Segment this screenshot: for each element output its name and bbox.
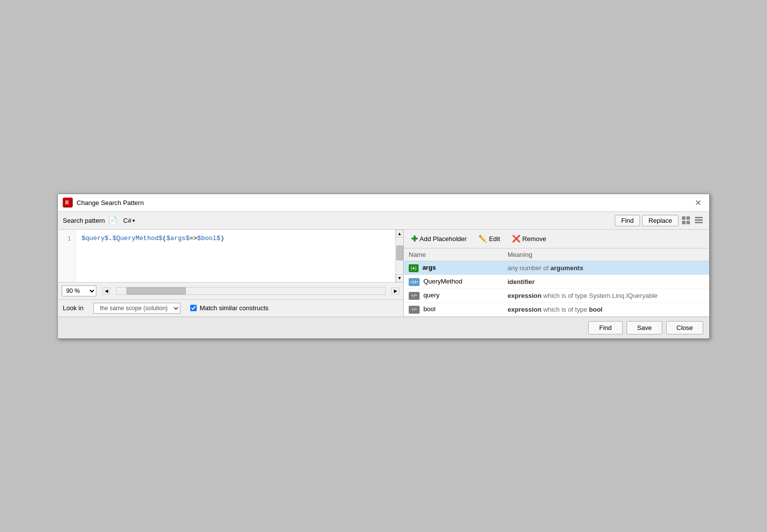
table-row[interactable]: <id> QueryMethod identifier [404,275,709,288]
row-name-query: +/* query [404,288,503,302]
close-footer-button[interactable]: Close [666,321,703,334]
code-token-query: $query$ [82,234,109,244]
scroll-left-arrow[interactable]: ◀ [102,287,110,294]
row-meaning-args: any number of arguments [503,261,709,275]
scroll-thumb-v[interactable] [396,246,403,260]
svg-text:R: R [65,200,69,205]
remove-placeholder-label: Remove [522,235,546,243]
svg-rect-3 [686,216,690,220]
expr-icon-bool: +/* [409,306,420,314]
vertical-scrollbar: ▲ ▼ [395,230,403,282]
svg-rect-4 [682,221,685,224]
placeholder-toolbar: ✚ Add Placeholder ✏️ Edit ❌ Remove [404,230,709,248]
query-name: query [424,291,440,299]
code-token-dot1: . [109,234,113,244]
dialog-title: Change Search Pattern [77,199,144,206]
placeholder-table-container: Name Meaning (●) args any number [404,248,709,317]
row-name-args: (●) args [404,261,503,275]
add-placeholder-button[interactable]: ✚ Add Placeholder [409,233,469,245]
code-token-querymethod: $QueryMethod$ [112,234,162,244]
match-similar-label: Match similar constructs [200,304,268,312]
search-pattern-label: Search pattern [63,217,105,224]
title-bar-left: R Change Search Pattern [63,198,144,207]
id-icon: <id> [409,278,420,286]
look-in-label: Look in [63,304,84,312]
code-line-1: $query$ . $QueryMethod$ ( $args$ => $boo… [82,234,389,244]
placeholder-table: Name Meaning (●) args any number [404,248,709,317]
code-content[interactable]: $query$ . $QueryMethod$ ( $args$ => $boo… [76,230,395,282]
plus-icon: ✚ [411,234,418,244]
code-token-arrow: => [189,234,197,244]
expr-icon-query: +/* [409,292,420,300]
row-name-querymethod: <id> QueryMethod [404,275,503,288]
add-placeholder-label: Add Placeholder [420,235,467,243]
code-token-bool: $bool$ [197,234,220,244]
svg-rect-6 [695,217,703,218]
bool-name: bool [424,305,436,313]
find-footer-button[interactable]: Find [588,321,623,334]
language-dropdown[interactable]: C# ▾ [121,215,137,226]
title-bar: R Change Search Pattern ✕ [58,194,709,212]
col-name-header: Name [404,248,503,261]
svg-rect-5 [686,221,690,224]
replace-button[interactable]: Replace [642,215,679,226]
svg-rect-2 [682,216,685,220]
match-similar-row: Match similar constructs [190,304,268,312]
edit-placeholder-label: Edit [489,235,500,243]
dialog: R Change Search Pattern ✕ Search pattern… [57,194,710,339]
save-footer-button[interactable]: Save [627,321,662,334]
toolbar-left: Search pattern 📄 C# ▾ [63,215,137,226]
toolbar-right: Find Replace [615,215,704,226]
row-name-bool: +/* bool [404,302,503,316]
look-in-select[interactable]: the same scope (solution) [93,303,180,314]
code-token-args: $args$ [167,234,190,244]
bottom-bar: 90 % ◀ ▶ [58,282,403,299]
table-row[interactable]: +/* bool expression which is of type boo… [404,302,709,316]
match-similar-checkbox[interactable] [190,305,197,311]
scroll-thumb-h[interactable] [127,287,186,294]
line-num-1: 1 [58,234,71,244]
code-area: 1 $query$ . $QueryMethod$ ( $args$ => $b… [58,230,403,282]
row-meaning-querymethod: identifier [503,275,709,288]
line-numbers: 1 [58,230,76,282]
scroll-down-arrow[interactable]: ▼ [396,274,404,282]
footer: Find Save Close [58,317,709,338]
chevron-down-icon: ▾ [132,218,135,223]
zoom-select[interactable]: 90 % [62,286,96,296]
svg-rect-7 [695,219,703,221]
file-icon: 📄 [108,216,118,225]
code-token-paren1: ( [163,234,167,244]
args-icon: (●) [409,264,419,272]
main-content: 1 $query$ . $QueryMethod$ ( $args$ => $b… [58,230,709,317]
table-row[interactable]: +/* query expression which is of type Sy… [404,288,709,302]
row-meaning-bool: expression which is of type bool [503,302,709,316]
row-meaning-query: expression which is of type System.Linq.… [503,288,709,302]
scroll-up-arrow[interactable]: ▲ [396,230,404,238]
col-meaning-header: Meaning [503,248,709,261]
edit-placeholder-button[interactable]: ✏️ Edit [476,233,502,244]
grid-icon-2[interactable] [693,215,704,226]
app-icon: R [63,198,73,207]
args-name: args [423,264,436,271]
remove-placeholder-button[interactable]: ❌ Remove [510,233,549,244]
options-row: Look in the same scope (solution) Match … [58,299,403,317]
edit-icon: ✏️ [478,235,487,243]
right-panel: ✚ Add Placeholder ✏️ Edit ❌ Remove N [404,230,709,317]
left-panel: 1 $query$ . $QueryMethod$ ( $args$ => $b… [58,230,404,317]
querymethod-name: QueryMethod [424,278,463,285]
svg-rect-8 [695,222,703,223]
code-token-paren2: ) [220,234,224,244]
toolbar-row: Search pattern 📄 C# ▾ Find Replace [58,212,709,230]
language-label: C# [123,217,131,224]
grid-icon-1[interactable] [681,215,691,226]
table-row[interactable]: (●) args any number of arguments [404,261,709,275]
find-button[interactable]: Find [615,215,640,226]
close-icon[interactable]: ✕ [692,197,704,208]
horizontal-scrollbar [116,287,385,295]
scroll-right-arrow[interactable]: ▶ [391,287,399,294]
remove-icon: ❌ [512,235,520,243]
